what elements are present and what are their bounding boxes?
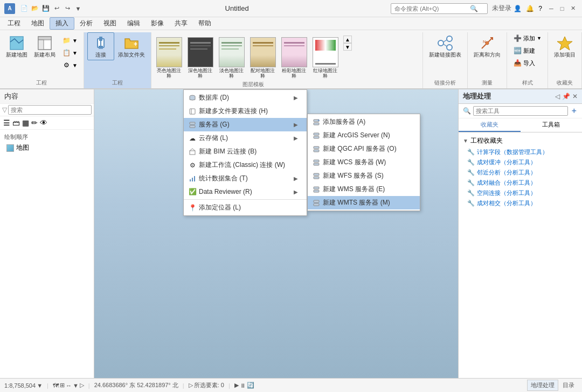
pause-icon[interactable]: ⏸	[240, 382, 246, 389]
add-style-button[interactable]: ➕ 添加 ▼	[510, 32, 544, 44]
distance-direction-button[interactable]: N 距离和方向	[471, 32, 503, 60]
wcs-server-icon	[312, 158, 321, 167]
template-redgreen[interactable]: 红绿地图注释	[311, 36, 340, 81]
menu-view[interactable]: 视图	[98, 17, 122, 30]
server-menu-icon	[188, 121, 197, 129]
tool-search-input[interactable]	[473, 106, 568, 116]
new-wmts-server[interactable]: 新建 WMTS 服务器 (M)	[308, 196, 420, 209]
redo-icon[interactable]: ↪	[63, 4, 72, 13]
new-qgc-server[interactable]: 新建 QGC API 服务器 (O)	[308, 142, 420, 156]
map-canvas[interactable]: 数据库 (D) ▶ 新建多文件要素连接 (H) 服务器 (G)	[94, 89, 458, 378]
map-item[interactable]: 地图	[2, 142, 92, 153]
visibility-icon[interactable]: 👁	[39, 117, 48, 128]
undo-icon[interactable]: ↩	[52, 4, 61, 13]
notification-icon[interactable]: 🔔	[526, 5, 534, 12]
tool-dropdown[interactable]: ▼	[73, 382, 79, 389]
panel-pin-icon[interactable]: 📌	[562, 93, 570, 100]
new-layout-button[interactable]: 新建布局	[31, 32, 58, 60]
new-wfs-server[interactable]: 新建 WFS 服务器 (S)	[308, 169, 420, 183]
panel-back-icon[interactable]: ◁	[555, 93, 560, 100]
minimize-button[interactable]: ─	[546, 4, 556, 13]
menu-cloud[interactable]: ☁ 云存储 (L) ▶	[184, 131, 307, 145]
content-search-input[interactable]	[8, 105, 92, 115]
tool-icon-4[interactable]: ▷	[80, 382, 84, 389]
menu-stats[interactable]: 统计数据集合 (T) ▶	[184, 172, 307, 185]
list-view-icon[interactable]: ☰	[2, 117, 11, 128]
tool-calculate-field-label: 计算字段（数据管理工具）	[477, 148, 548, 156]
menu-bim[interactable]: 新建 BIM 云连接 (B)	[184, 145, 307, 158]
tool-icon-3[interactable]: ↔	[66, 382, 72, 389]
new-link-chart-button[interactable]: 新建链接图表	[426, 32, 464, 60]
template-pastel[interactable]: 粉彩地图注释	[280, 36, 309, 81]
menu-share[interactable]: 共享	[169, 17, 193, 30]
geoprocessing-tab-btn[interactable]: 地理处理	[527, 380, 558, 391]
scale-dropdown[interactable]: ▼	[37, 382, 43, 389]
open-icon[interactable]: 📂	[30, 4, 40, 13]
add-folder-button[interactable]: + 添加文件夹	[115, 32, 148, 60]
tool-icon-1[interactable]: 🗺	[53, 382, 59, 389]
tab-toolbox[interactable]: 工具箱	[521, 118, 583, 132]
search-input[interactable]	[394, 5, 470, 12]
template-light2[interactable]: 淡色地图注释	[217, 36, 246, 81]
menu-server[interactable]: 服务器 (G) ▶	[184, 118, 307, 131]
menu-map[interactable]: 地图	[26, 17, 50, 30]
menu-reviewer[interactable]: ✅ Data Reviewer (R) ▶	[184, 185, 307, 198]
tool-calculate-field[interactable]: 🔧 计算字段（数据管理工具）	[459, 147, 582, 157]
import-style-button[interactable]: 📥 导入	[510, 57, 538, 69]
add-server-item[interactable]: + 添加服务器 (A)	[308, 115, 420, 129]
new-arcgis-server[interactable]: 新建 ArcGIS Server (N)	[308, 129, 420, 142]
menu-database[interactable]: 数据库 (D) ▶	[184, 91, 307, 104]
help-icon[interactable]: ?	[538, 5, 542, 12]
menu-project[interactable]: 工程	[2, 17, 26, 30]
menu-multi-connect[interactable]: 新建多文件要素连接 (H)	[184, 104, 307, 118]
table-icon[interactable]: ▦	[21, 117, 30, 128]
contents-tab-btn[interactable]: 目录	[559, 380, 578, 390]
new-map-button[interactable]: 新建地图	[3, 32, 30, 60]
add-favorite-button[interactable]: 添加项目	[551, 32, 578, 60]
save-icon[interactable]: 💾	[41, 4, 51, 13]
add-tool-icon[interactable]: ＋	[570, 106, 578, 116]
user-button[interactable]: 未登录 👤	[492, 4, 522, 13]
template-dark[interactable]: 深色地图注释	[186, 36, 215, 81]
tool-icon-2[interactable]: ⊞	[60, 382, 65, 389]
cloud-arrow: ▶	[294, 135, 298, 141]
folder-button[interactable]: 📁 ▼	[59, 34, 80, 46]
panel-content: 绘制顺序 地图	[0, 130, 94, 378]
new-style-button[interactable]: 🆕 新建	[510, 45, 538, 57]
tool-spatial-join[interactable]: 🔧 空间连接（分析工具）	[459, 188, 582, 198]
command-search[interactable]: 🔍	[391, 3, 488, 14]
refresh-icon[interactable]: 🔄	[247, 382, 254, 389]
tab-favorites[interactable]: 收藏夹	[459, 118, 521, 132]
tool-pairwise-dissolve[interactable]: 🔧 成对融合（分析工具）	[459, 178, 582, 188]
play-icon[interactable]: ▶	[234, 382, 239, 389]
maximize-button[interactable]: □	[557, 4, 567, 13]
templates-scroll-up[interactable]: ▲	[343, 36, 352, 43]
tool-near-analysis[interactable]: 🔧 邻近分析（分析工具）	[459, 167, 582, 178]
new-wms-server[interactable]: 新建 WMS 服务器 (E)	[308, 183, 420, 196]
menu-analysis[interactable]: 分析	[74, 17, 98, 30]
settings-button[interactable]: ⚙ ▼	[59, 59, 80, 71]
folder-icon: 📁	[62, 36, 71, 45]
new-wcs-server[interactable]: 新建 WCS 服务器 (W)	[308, 156, 420, 169]
panel-close-icon[interactable]: ✕	[572, 93, 578, 100]
template-paired[interactable]: 配对地图注释	[248, 36, 278, 81]
database-icon[interactable]: 🗃	[11, 117, 21, 128]
menu-locator[interactable]: 📍 添加定位器 (L)	[184, 201, 307, 214]
edit-icon[interactable]: ✏	[30, 117, 39, 128]
file-button[interactable]: 📋 ▼	[59, 47, 80, 59]
connect-button[interactable]: 连接	[87, 32, 114, 60]
template-light[interactable]: 亮色地图注释	[155, 36, 184, 81]
menu-help[interactable]: 帮助	[193, 17, 217, 30]
tool-pairwise-buffer[interactable]: 🔧 成对缓冲（分析工具）	[459, 157, 582, 167]
templates-scroll-down[interactable]: ▼	[343, 43, 352, 51]
menu-workflow[interactable]: ⚙ 新建工作流 (Classic) 连接 (W)	[184, 158, 307, 172]
options-icon[interactable]: ▼	[73, 4, 83, 13]
close-button[interactable]: ✕	[568, 4, 578, 13]
sep1: |	[47, 382, 48, 389]
favorites-section[interactable]: ▼ 工程收藏夹	[459, 135, 582, 147]
menu-imagery[interactable]: 影像	[146, 17, 169, 30]
tool-pairwise-intersect[interactable]: 🔧 成对相交（分析工具）	[459, 198, 582, 208]
menu-edit[interactable]: 编辑	[122, 17, 146, 30]
new-icon[interactable]: 📄	[19, 4, 29, 13]
menu-insert[interactable]: 插入	[50, 17, 74, 30]
